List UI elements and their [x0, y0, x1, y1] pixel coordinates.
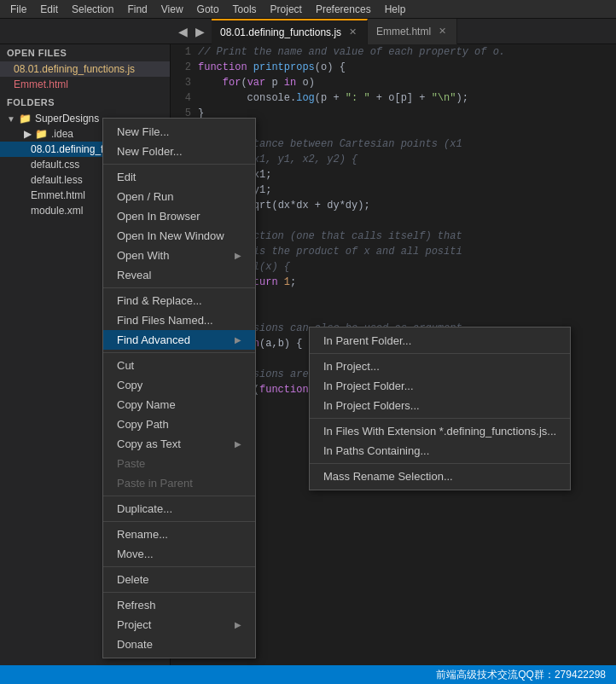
- submenu-arrow-icon: ▶: [235, 335, 241, 345]
- ctx-menu-item[interactable]: Edit: [103, 167, 255, 187]
- sub-menu-item[interactable]: In Project...: [310, 356, 570, 376]
- menu-separator: [103, 352, 255, 353]
- ctx-item-label: Move...: [117, 548, 154, 560]
- menu-project[interactable]: Project: [264, 2, 309, 17]
- ctx-menu-item[interactable]: Copy Path: [103, 414, 255, 434]
- ctx-item-label: Duplicate...: [117, 502, 172, 515]
- ctx-item-label: Paste: [117, 457, 145, 470]
- idea-folder-icon: 📁: [35, 128, 48, 140]
- sidebar-file-defining[interactable]: 08.01.defining_functions.js: [0, 61, 170, 77]
- ctx-menu-item[interactable]: Copy: [103, 375, 255, 395]
- line-number: 4: [171, 90, 198, 106]
- sub-item-label: In Paths Containing...: [323, 444, 429, 457]
- sub-item-label: In Parent Folder...: [323, 334, 411, 347]
- tab-bar: ◀ ▶ 08.01.defining_functions.js ✕ Emmet.…: [0, 19, 616, 44]
- menu-selection[interactable]: Selection: [65, 2, 120, 17]
- tab-prev-btn[interactable]: ◀: [174, 23, 191, 40]
- ctx-menu-item[interactable]: Find Files Named...: [103, 310, 255, 330]
- ctx-menu-item[interactable]: Rename...: [103, 525, 255, 544]
- menu-help[interactable]: Help: [378, 2, 413, 17]
- tab-emmet[interactable]: Emmet.html ✕: [368, 19, 457, 44]
- tab-defining-functions[interactable]: 08.01.defining_functions.js ✕: [212, 19, 368, 44]
- ctx-menu-item[interactable]: Delete: [103, 570, 255, 589]
- ctx-menu-item[interactable]: Find Advanced▶: [103, 330, 255, 350]
- sub-menu-item[interactable]: Mass Rename Selection...: [310, 467, 570, 486]
- sub-menu-item[interactable]: In Parent Folder...: [310, 331, 570, 351]
- menu-separator: [103, 287, 255, 288]
- ctx-menu-item[interactable]: Refresh: [103, 595, 255, 615]
- folder-arrow-icon: ▼: [7, 114, 15, 124]
- ctx-menu-item[interactable]: Open In Browser: [103, 206, 255, 226]
- menu-file[interactable]: File: [3, 2, 33, 17]
- ctx-menu-item[interactable]: Copy Name: [103, 395, 255, 414]
- line-content: console.log(p + ": " + o[p] + "\n");: [198, 90, 468, 106]
- code-line: 4 console.log(p + ": " + o[p] + "\n");: [171, 90, 616, 106]
- menu-view[interactable]: View: [154, 2, 190, 17]
- ctx-menu-item[interactable]: Donate: [103, 635, 255, 654]
- folder-name: SuperDesigns: [35, 113, 99, 125]
- ctx-menu-item[interactable]: Project▶: [103, 615, 255, 635]
- tab-label-2: Emmet.html: [376, 26, 431, 38]
- code-line: 3 for(var p in o): [171, 75, 616, 90]
- line-number: 3: [171, 75, 198, 90]
- submenu-separator: [310, 418, 570, 419]
- line-content: for(var p in o): [198, 75, 315, 90]
- ctx-menu-item[interactable]: Cut: [103, 356, 255, 375]
- sub-menu-item[interactable]: In Project Folders...: [310, 396, 570, 415]
- ctx-item-label: New File...: [117, 125, 169, 138]
- ctx-item-label: Find Files Named...: [117, 314, 213, 327]
- menu-edit[interactable]: Edit: [33, 2, 65, 17]
- ctx-menu-item[interactable]: Find & Replace...: [103, 291, 255, 310]
- menu-separator: [103, 521, 255, 522]
- ctx-menu-item: Paste: [103, 454, 255, 473]
- sub-menu-item[interactable]: In Project Folder...: [310, 376, 570, 396]
- ctx-item-label: Open In New Window: [117, 229, 224, 242]
- tab-close-2[interactable]: ✕: [436, 26, 448, 38]
- ctx-item-label: Edit: [117, 171, 136, 183]
- sub-menu-item[interactable]: In Files With Extension *.defining_funct…: [310, 421, 570, 441]
- line-content: function printprops(o) {: [198, 60, 346, 75]
- menu-tools[interactable]: Tools: [226, 2, 264, 17]
- ctx-item-label: Copy Path: [117, 418, 169, 431]
- ctx-item-label: Refresh: [117, 599, 156, 612]
- sidebar-file-emmet[interactable]: Emmet.html: [0, 77, 170, 92]
- ctx-item-label: Open In Browser: [117, 210, 200, 223]
- sub-menu-item[interactable]: In Paths Containing...: [310, 441, 570, 461]
- menu-separator: [103, 496, 255, 496]
- ctx-menu-item[interactable]: Copy as Text▶: [103, 434, 255, 454]
- menu-find[interactable]: Find: [120, 2, 154, 17]
- sub-menu-find-advanced: In Parent Folder...In Project...In Proje…: [309, 327, 571, 490]
- ctx-menu-item[interactable]: New Folder...: [103, 142, 255, 161]
- ctx-item-label: Find & Replace...: [117, 294, 202, 307]
- ctx-item-label: Delete: [117, 573, 149, 586]
- ctx-menu-item[interactable]: New File...: [103, 122, 255, 142]
- status-bar: 前端高级技术交流QQ群：279422298: [0, 665, 616, 684]
- context-menu: New File...New Folder...EditOpen / RunOp…: [102, 118, 256, 658]
- ctx-item-label: Cut: [117, 359, 134, 372]
- submenu-separator: [310, 353, 570, 354]
- tab-close-1[interactable]: ✕: [346, 26, 358, 38]
- line-number: 1: [171, 44, 198, 60]
- idea-folder-name: .idea: [51, 128, 73, 140]
- ctx-menu-item[interactable]: Duplicate...: [103, 499, 255, 519]
- ctx-item-label: Open / Run: [117, 190, 174, 203]
- ctx-item-label: Project: [117, 618, 151, 631]
- ctx-item-label: Copy Name: [117, 398, 176, 411]
- tab-label-1: 08.01.defining_functions.js: [220, 26, 341, 38]
- ctx-menu-item[interactable]: Reveal: [103, 265, 255, 285]
- ctx-item-label: Reveal: [117, 269, 151, 281]
- tab-next-btn[interactable]: ▶: [191, 23, 208, 40]
- ctx-item-label: Copy: [117, 379, 142, 391]
- ctx-menu-item[interactable]: Open In New Window: [103, 226, 255, 246]
- sub-item-label: In Files With Extension *.defining_funct…: [323, 425, 556, 438]
- ctx-menu-item: Paste in Parent: [103, 473, 255, 493]
- folders-title: FOLDERS: [0, 94, 170, 111]
- tab-nav: ◀ ▶: [171, 23, 212, 40]
- ctx-menu-item[interactable]: Move...: [103, 544, 255, 564]
- ctx-menu-item[interactable]: Open / Run: [103, 187, 255, 206]
- menu-goto[interactable]: Goto: [190, 2, 226, 17]
- sub-item-label: In Project Folders...: [323, 399, 420, 412]
- ctx-menu-item[interactable]: Open With▶: [103, 246, 255, 265]
- menu-preferences[interactable]: Preferences: [309, 2, 378, 17]
- ctx-item-label: Rename...: [117, 528, 168, 541]
